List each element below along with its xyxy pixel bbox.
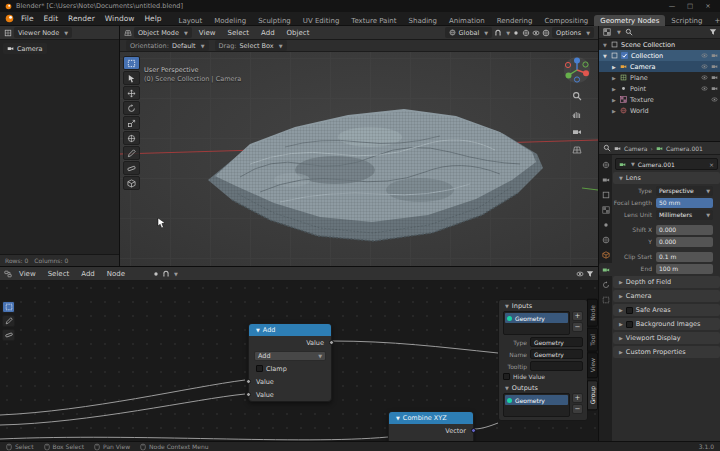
- value-output-socket[interactable]: [329, 340, 334, 345]
- tool-cursor[interactable]: [123, 71, 140, 85]
- editor-type-icon[interactable]: [4, 270, 12, 278]
- snap-dropdown-icon[interactable]: ▼: [174, 271, 178, 277]
- filter-icon[interactable]: [709, 28, 717, 36]
- breadcrumb-data[interactable]: Camera.001: [666, 145, 703, 152]
- math-add-node[interactable]: ▼ Add Value Add ▼ Clamp: [248, 323, 332, 402]
- hide-eye-icon[interactable]: [711, 96, 718, 103]
- menu-edit[interactable]: Edit: [39, 14, 64, 23]
- section-camera[interactable]: ▶ Camera: [613, 290, 720, 302]
- proportional-edit-icon[interactable]: [512, 29, 520, 37]
- section-custom-properties[interactable]: ▶ Custom Properties: [613, 346, 720, 358]
- workspace-tab-modeling[interactable]: Modeling: [208, 15, 252, 26]
- workspace-tab-layout[interactable]: Layout: [172, 15, 208, 26]
- node-menu-node[interactable]: Node: [102, 270, 130, 278]
- minimize-button[interactable]: —: [665, 2, 679, 10]
- unlink-datablock-icon[interactable]: ×: [709, 161, 714, 168]
- hide-eye-icon[interactable]: [701, 52, 708, 59]
- tool-measure[interactable]: [123, 161, 140, 175]
- workspace-tab-shading[interactable]: Shading: [403, 15, 443, 26]
- collection-checkbox[interactable]: [621, 52, 628, 59]
- disclosure-icon[interactable]: ▼: [602, 53, 608, 59]
- tool-transform[interactable]: [123, 131, 140, 145]
- tool-annotate[interactable]: [2, 315, 15, 327]
- remove-output-button[interactable]: −: [572, 404, 583, 414]
- search-icon[interactable]: [625, 28, 633, 36]
- tab-view[interactable]: View: [587, 352, 598, 378]
- display-mode-icon[interactable]: [603, 28, 611, 36]
- tab-object-icon[interactable]: [599, 248, 612, 261]
- render-camera-icon[interactable]: [711, 52, 718, 59]
- hide-value-checkbox[interactable]: [503, 373, 510, 380]
- node-editor-canvas[interactable]: ▼ Add Value Add ▼ Clamp: [0, 281, 598, 441]
- tab-viewlayer-icon[interactable]: [599, 203, 612, 216]
- background-images-checkbox[interactable]: [626, 321, 633, 328]
- options-dropdown[interactable]: Options ▼: [552, 27, 594, 38]
- disclosure-icon[interactable]: ▼: [602, 42, 608, 48]
- workspace-tab-texture-paint[interactable]: Texture Paint: [345, 15, 402, 26]
- tool-rotate[interactable]: [123, 101, 140, 115]
- search-icon[interactable]: [603, 144, 611, 152]
- inputs-uilist[interactable]: Geometry: [503, 311, 570, 335]
- overlays-toggle-icon[interactable]: [576, 270, 584, 278]
- name-field[interactable]: Geometry: [530, 349, 583, 359]
- add-workspace-button[interactable]: +: [708, 15, 720, 26]
- disclosure-icon[interactable]: ▶: [611, 97, 617, 103]
- drag-mode-dropdown[interactable]: Drag: Select Box ▼: [215, 40, 287, 51]
- viewport-menu-view[interactable]: View: [194, 29, 221, 37]
- tool-annotate[interactable]: [123, 146, 140, 160]
- workspace-tab-compositing[interactable]: Compositing: [538, 15, 594, 26]
- workspace-tab-rendering[interactable]: Rendering: [491, 15, 539, 26]
- maximize-button[interactable]: □: [683, 2, 697, 10]
- gizmos-toggle-icon[interactable]: [522, 29, 530, 37]
- snap-dropdown-icon[interactable]: ▼: [506, 30, 510, 36]
- viewer-node-dropdown[interactable]: Viewer Node ▼: [14, 27, 72, 38]
- type-dropdown[interactable]: Perspective ▼: [656, 186, 713, 196]
- overlays-toggle-icon[interactable]: [532, 29, 540, 37]
- disclosure-icon[interactable]: ▶: [611, 86, 617, 92]
- hide-eye-icon[interactable]: [701, 85, 708, 92]
- shift-x-field[interactable]: 0.000: [656, 225, 713, 235]
- inputs-section-header[interactable]: ▼ Inputs: [499, 300, 587, 311]
- combine-xyz-node[interactable]: ▼ Combine XYZ Vector: [388, 411, 474, 441]
- vector-output-socket[interactable]: [471, 428, 476, 433]
- tool-select-box[interactable]: [2, 301, 15, 313]
- tool-links-cut[interactable]: [2, 329, 15, 341]
- tab-constraints-icon[interactable]: [599, 293, 612, 306]
- tab-render-icon[interactable]: [599, 173, 612, 186]
- add-output-button[interactable]: +: [572, 393, 583, 403]
- outputs-uilist[interactable]: Geometry: [503, 393, 570, 417]
- blender-menu-icon[interactable]: [5, 14, 14, 23]
- outliner-row-collection[interactable]: ▼ Collection: [599, 50, 720, 61]
- safe-areas-checkbox[interactable]: [626, 307, 633, 314]
- spreadsheet-object-pin[interactable]: Camera: [3, 43, 47, 54]
- hide-eye-icon[interactable]: [701, 74, 708, 81]
- tab-tool-icon[interactable]: [599, 158, 612, 171]
- snap-magnet-icon[interactable]: [494, 29, 502, 37]
- node-header[interactable]: ▼ Combine XYZ: [389, 412, 473, 424]
- zoom-tool-icon[interactable]: [571, 90, 583, 102]
- viewport-canvas[interactable]: User Perspective (0) Scene Collection | …: [120, 52, 598, 266]
- workspace-tab-sculpting[interactable]: Sculpting: [252, 15, 297, 26]
- value-input-socket-1[interactable]: [246, 379, 251, 384]
- tab-scene-icon[interactable]: [599, 218, 612, 231]
- datablock-selector[interactable]: ▼ Camera.001 ×: [615, 158, 718, 170]
- viewport-menu-object[interactable]: Object: [282, 29, 315, 37]
- shift-y-field[interactable]: 0.000: [656, 237, 713, 247]
- transform-orientation-dropdown[interactable]: Global ▼: [445, 27, 493, 38]
- collapse-icon[interactable]: ▼: [396, 415, 400, 421]
- close-button[interactable]: ×: [701, 2, 715, 10]
- remove-input-button[interactable]: −: [572, 322, 583, 332]
- node-menu-select[interactable]: Select: [43, 270, 75, 278]
- section-depth-of-field[interactable]: ▶ Depth of Field: [613, 276, 720, 288]
- menu-window[interactable]: Window: [100, 14, 140, 23]
- pan-tool-icon[interactable]: [571, 108, 583, 120]
- workspace-tab-uv-editing[interactable]: UV Editing: [297, 15, 346, 26]
- breadcrumb-object[interactable]: Camera: [624, 145, 648, 152]
- snap-magnet-icon[interactable]: [162, 270, 170, 278]
- section-viewport-display[interactable]: ▶ Viewport Display: [613, 332, 720, 344]
- disclosure-icon[interactable]: ▶: [611, 108, 617, 114]
- hide-eye-icon[interactable]: [701, 63, 708, 70]
- terrain-mesh[interactable]: [208, 109, 543, 241]
- navigation-gizmo[interactable]: [563, 56, 591, 84]
- tab-object-data-icon[interactable]: [599, 263, 612, 276]
